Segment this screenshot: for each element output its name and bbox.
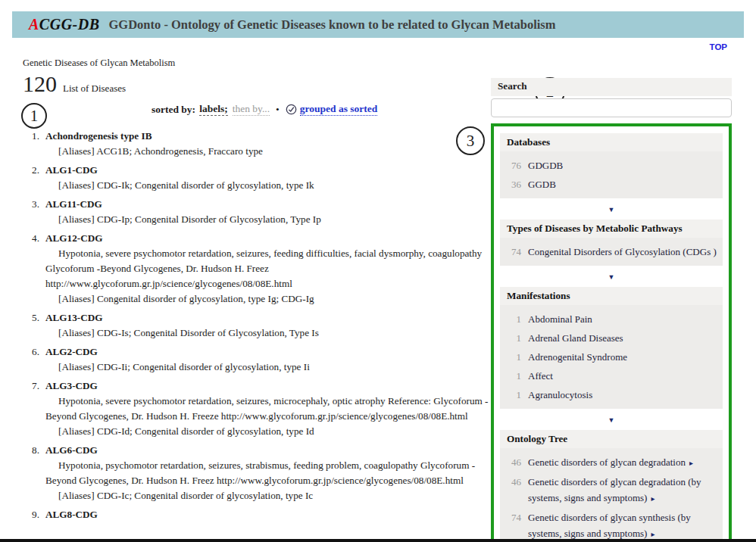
top-link[interactable]: TOP	[710, 42, 727, 51]
sort-bar: sorted by: labels; then by... • grouped …	[152, 103, 377, 116]
list-item: 7. ALG3-CDG Hypotonia, severe psychomoto…	[23, 378, 491, 439]
disease-name[interactable]: ALG1-CDG	[45, 163, 491, 178]
facet-item[interactable]: 46 Genetic disorders of glycan degradati…	[500, 453, 718, 472]
list-item-number: 8.	[23, 443, 39, 503]
list-item-number: 1.	[23, 129, 39, 159]
facet-label: Agranulocytosis	[528, 387, 718, 403]
disease-aliases: [Aliases] CDG-Ik; Congenital disorder of…	[45, 178, 491, 193]
facet-items: 74 Congenital Disorders of Glycosylation…	[500, 238, 723, 266]
sort-secondary-link[interactable]: then by...	[233, 103, 270, 116]
list-item-number: 5.	[23, 310, 39, 341]
list-item-number: 6.	[23, 344, 39, 375]
facet-count: 1	[500, 387, 521, 403]
disease-aliases: [Aliases] CDG-Id; Congenital disorder of…	[45, 424, 491, 439]
facet-count: 46	[500, 474, 521, 506]
list-item-number: 9.	[23, 507, 39, 522]
disease-name[interactable]: ALG3-CDG	[45, 378, 491, 394]
figure-bottom-border	[0, 539, 756, 542]
facet-item[interactable]: 1 Abdominal Pain	[500, 310, 718, 329]
expand-section-button[interactable]: ▼	[500, 198, 723, 216]
chevron-down-icon: ▼	[608, 417, 615, 424]
header-bar: ACGG-DB GGDonto - Ontology of Genetic Di…	[12, 11, 744, 38]
facet-count: 1	[500, 311, 521, 327]
facet-label: Genetic disorders of glycan degradation …	[528, 474, 718, 506]
sort-primary-link[interactable]: labels;	[199, 103, 228, 116]
expand-right-icon: ▸	[689, 459, 693, 467]
disease-description: Hypotonia, severe psychomotor retardatio…	[45, 246, 491, 291]
facet-count: 74	[500, 509, 521, 542]
chevron-down-icon: ▼	[608, 274, 615, 281]
disease-list: 1. Achondrogenesis type IB [Aliases] ACG…	[23, 129, 491, 526]
facet-section-types: Types of Diseases by Metabolic Pathways …	[500, 220, 723, 284]
list-item: 3. ALG11-CDG [Aliases] CDG-Ip; Congenita…	[23, 197, 491, 227]
check-circle-icon[interactable]	[286, 104, 297, 115]
list-item-number: 3.	[23, 197, 39, 227]
facet-item[interactable]: 74 Congenital Disorders of Glycosylation…	[500, 242, 718, 261]
facet-count: 36	[500, 176, 521, 192]
facet-count: 1	[500, 330, 521, 346]
breadcrumb-subtitle: Genetic Diseases of Glycan Metabolism	[23, 58, 175, 69]
facet-item[interactable]: 1 Affect	[500, 366, 718, 385]
disease-name[interactable]: ALG12-CDG	[45, 231, 491, 246]
disease-name[interactable]: ALG2-CDG	[45, 344, 491, 360]
facet-section-title: Types of Diseases by Metabolic Pathways	[500, 220, 723, 238]
list-item: 1. Achondrogenesis type IB [Aliases] ACG…	[23, 129, 491, 159]
facet-count: 76	[500, 157, 521, 173]
grouped-as-sorted-link[interactable]: grouped as sorted	[300, 103, 378, 116]
list-item: 8. ALG6-CDG Hypotonia, psychomotor retar…	[23, 443, 491, 503]
facet-section-databases: Databases 76 GDGDB 36 GGDB ▼	[500, 133, 723, 216]
result-count: 120	[23, 71, 57, 97]
acgg-db-logo[interactable]: ACGG-DB	[29, 16, 100, 33]
disease-name[interactable]: ALG11-CDG	[45, 197, 491, 212]
expand-right-icon: ▸	[651, 494, 654, 503]
list-item: 9. ALG8-CDG	[23, 507, 491, 522]
disease-aliases: [Aliases] CDG-Is; Congenital Disorder of…	[45, 326, 491, 341]
facet-label: Congenital Disorders of Glycosylation (C…	[528, 244, 718, 260]
bullet-separator: •	[276, 104, 280, 116]
chevron-down-icon: ▼	[608, 207, 615, 213]
facet-panel: Databases 76 GDGDB 36 GGDB ▼ Types of Di…	[491, 123, 732, 542]
facet-section-title: Manifestations	[500, 287, 723, 305]
facet-label: GDGDB	[528, 157, 718, 173]
facet-section-manifestations: Manifestations 1 Abdominal Pain 1 Adrena…	[500, 287, 723, 427]
disease-name[interactable]: ALG8-CDG	[45, 507, 491, 522]
disease-description: Hypotonia, psychomotor retardation, seiz…	[45, 458, 491, 488]
sidebar: Search Databases 76 GDGDB 36 GGDB ▼ Type…	[491, 78, 732, 542]
expand-section-button[interactable]: ▼	[500, 266, 723, 284]
list-item: 2. ALG1-CDG [Aliases] CDG-Ik; Congenital…	[23, 163, 491, 193]
sorted-by-label: sorted by:	[152, 104, 195, 116]
facet-item[interactable]: 74 Genetic disorders of glycan synthesis…	[500, 508, 718, 542]
facet-section-ontology-tree: Ontology Tree 46 Genetic disorders of gl…	[500, 430, 723, 542]
disease-aliases: [Aliases] CDG-Ic; Congenital disorder of…	[45, 488, 491, 503]
disease-aliases: [Aliases] Congenital disorder of glycosy…	[45, 291, 491, 307]
list-item-number: 2.	[23, 163, 39, 193]
disease-name[interactable]: ALG13-CDG	[45, 310, 491, 326]
facet-count: 1	[500, 368, 521, 384]
page-title: GGDonto - Ontology of Genetic Diseases k…	[109, 17, 556, 33]
disease-name[interactable]: Achondrogenesis type IB	[45, 129, 491, 144]
facet-count: 74	[500, 244, 521, 260]
facet-item[interactable]: 46 Genetic disorders of glycan degradati…	[500, 472, 718, 508]
facet-count: 1	[500, 349, 521, 365]
facet-section-title: Ontology Tree	[500, 430, 723, 448]
facet-item[interactable]: 76 GDGDB	[500, 156, 718, 175]
annotation-circle-1: 1	[21, 103, 47, 129]
expand-section-button[interactable]: ▼	[500, 409, 723, 427]
disease-aliases: [Aliases] CDG-Ii; Congenital disorder of…	[45, 360, 491, 375]
disease-name[interactable]: ALG6-CDG	[45, 443, 491, 458]
facet-label: GGDB	[528, 176, 718, 192]
facet-item[interactable]: 1 Agranulocytosis	[500, 385, 718, 404]
facet-items: 76 GDGDB 36 GGDB	[500, 151, 723, 198]
logo-letter-a: A	[29, 16, 39, 33]
disease-aliases: [Aliases] ACG1B; Achondrogenesis, Fracca…	[45, 144, 491, 159]
result-count-label: List of Diseases	[63, 83, 126, 95]
search-input[interactable]	[491, 98, 732, 117]
facet-item[interactable]: 1 Adrenogenital Syndrome	[500, 347, 718, 366]
facet-label: Genetic disorders of glycan degradation▸	[528, 454, 718, 471]
result-count-block: 120 List of Diseases	[23, 71, 126, 97]
list-item: 6. ALG2-CDG [Aliases] CDG-Ii; Congenital…	[23, 344, 491, 375]
facet-item[interactable]: 1 Adrenal Gland Diseases	[500, 329, 718, 347]
facet-count: 46	[500, 454, 521, 471]
facet-item[interactable]: 36 GGDB	[500, 175, 718, 194]
facet-items: 46 Genetic disorders of glycan degradati…	[500, 448, 723, 542]
